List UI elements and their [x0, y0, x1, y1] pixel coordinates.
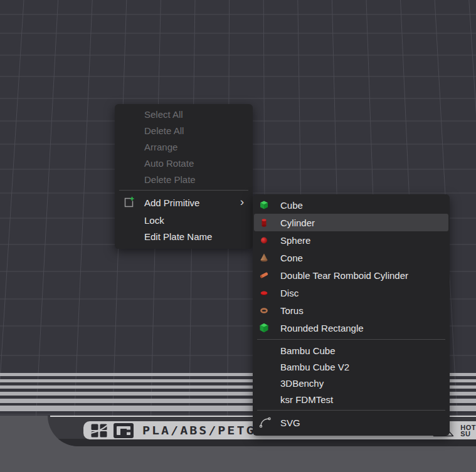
cylinder-icon: [259, 218, 269, 228]
romboid-cylinder-icon: [259, 270, 269, 280]
submenu-item-cube[interactable]: Cube: [254, 196, 448, 214]
menu-item-label: Add Primitive: [144, 197, 199, 208]
torus-icon: [259, 305, 269, 315]
submenu-item-rounded-rectangle[interactable]: Rounded Rectangle: [254, 319, 448, 337]
submenu-item-sphere[interactable]: Sphere: [254, 231, 448, 249]
rounded-rectangle-icon: [259, 323, 269, 333]
submenu-item-svg[interactable]: SVG: [254, 413, 448, 432]
menu-separator: [257, 339, 445, 340]
submenu-item-torus[interactable]: Torus: [254, 302, 448, 319]
q-logo-icon: [114, 423, 134, 438]
chevron-right-icon: ›: [240, 195, 244, 209]
menu-item-lock[interactable]: Lock: [115, 212, 253, 228]
sphere-icon: [259, 235, 269, 245]
window-curve-logo-icon: [91, 424, 107, 438]
bezier-curve-icon: [259, 416, 272, 429]
add-primitive-icon: [122, 196, 135, 209]
menu-item-delete-all: Delete All: [115, 122, 253, 139]
cone-icon: [259, 253, 269, 263]
submenu-item-double-tear-romboid-cylinder[interactable]: Double Tear Romboid Cylinder: [254, 266, 448, 284]
menu-separator: [119, 190, 248, 191]
add-primitive-submenu: Cube Cylinder: [253, 194, 450, 436]
cube-icon: [259, 200, 269, 210]
3d-viewport[interactable]: PLA/ABS/PETG HOT SU Select All Delete Al…: [0, 0, 476, 472]
submenu-item-disc[interactable]: Disc: [254, 284, 448, 302]
menu-item-auto-rotate: Auto Rotate: [115, 155, 253, 171]
menu-item-select-all: Select All: [115, 106, 253, 122]
menu-item-edit-plate-name[interactable]: Edit Plate Name: [115, 228, 253, 244]
disc-icon: [259, 288, 269, 298]
menu-item-add-primitive[interactable]: Add Primitive ›: [115, 193, 253, 212]
submenu-item-3dbenchy[interactable]: 3DBenchy: [254, 375, 448, 391]
plate-edge-shadow: [48, 439, 476, 446]
submenu-item-bambu-cube-v2[interactable]: Bambu Cube V2: [254, 359, 448, 375]
submenu-item-cylinder[interactable]: Cylinder: [254, 214, 448, 231]
menu-item-arrange: Arrange: [115, 139, 253, 155]
submenu-item-ksr-fdmtest[interactable]: ksr FDMTest: [254, 391, 448, 407]
context-menu: Select All Delete All Arrange Auto Rotat…: [115, 104, 253, 249]
menu-separator: [257, 410, 445, 411]
submenu-item-cone[interactable]: Cone: [254, 249, 448, 266]
menu-item-delete-plate: Delete Plate: [115, 171, 253, 187]
submenu-item-bambu-cube[interactable]: Bambu Cube: [254, 342, 448, 359]
plate-material-label: PLA/ABS/PETG: [142, 423, 256, 437]
hot-surface-warning-text: HOT SU: [460, 424, 476, 437]
